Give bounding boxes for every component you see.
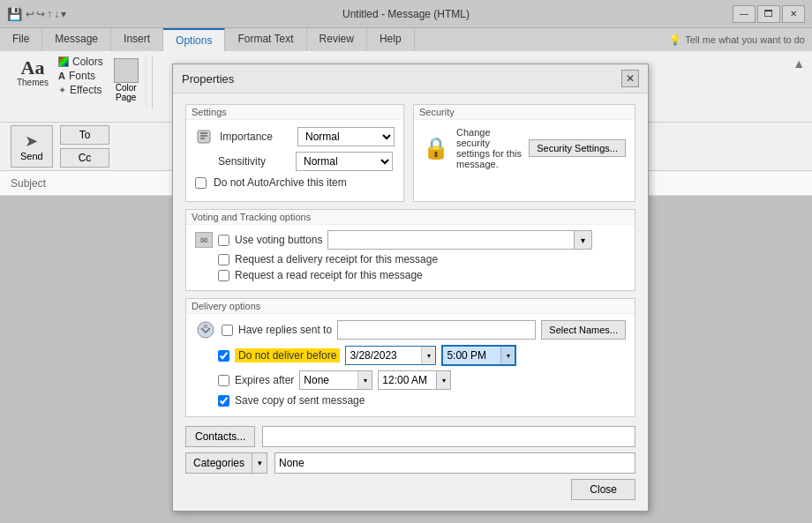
- expires-date-dropdown[interactable]: ▾: [357, 371, 372, 389]
- date-dropdown-button[interactable]: ▾: [421, 347, 435, 364]
- tab-format-text[interactable]: Format Text: [225, 28, 306, 51]
- fonts-label: Fonts: [69, 70, 95, 82]
- window-controls: — 🗖 ✕: [733, 5, 805, 23]
- expires-time-container: ▾: [378, 370, 451, 390]
- time-input[interactable]: [443, 347, 500, 364]
- read-receipt-row: Request a read receipt for this message: [218, 269, 626, 281]
- title-bar: 💾 ↩ ↪ ↑ ↓ ▾ Untitled - Message (HTML) — …: [0, 0, 812, 28]
- time-container: ▾: [441, 345, 516, 366]
- categories-input[interactable]: [274, 452, 635, 474]
- divider: [152, 56, 153, 109]
- delivery-section: Delivery options Have replies sent t: [185, 298, 635, 417]
- page-color-label: ColorPage: [116, 83, 137, 102]
- ribbon-group-themes: Aa Themes Colors A Fonts ✦ Effects: [7, 55, 147, 106]
- page-color-button[interactable]: ColorPage: [110, 55, 142, 106]
- security-section: Security 🔒 Change security settings for …: [413, 104, 635, 202]
- to-cc-area: To Cc: [60, 125, 110, 168]
- close-button[interactable]: Close: [571, 479, 635, 500]
- importance-select[interactable]: Normal High Low: [297, 127, 395, 146]
- delivery-receipt-label: Request a delivery receipt for this mess…: [235, 253, 438, 265]
- colors-icon: [58, 56, 69, 67]
- close-button[interactable]: ✕: [782, 5, 805, 23]
- security-settings-button[interactable]: Security Settings...: [529, 139, 626, 157]
- svg-point-5: [204, 325, 208, 329]
- time-dropdown-button[interactable]: ▾: [500, 347, 515, 364]
- sensitivity-label: Sensitivity: [218, 155, 289, 168]
- select-names-button[interactable]: Select Names...: [541, 320, 626, 340]
- save-copy-label: Save copy of sent message: [235, 394, 365, 407]
- do-not-deliver-checkbox[interactable]: [218, 350, 229, 362]
- replies-label: Have replies sent to: [238, 324, 332, 336]
- dialog-title: Properties: [182, 72, 234, 86]
- read-receipt-checkbox[interactable]: [218, 270, 229, 281]
- security-section-header: Security: [414, 105, 635, 120]
- dialog-body: Settings Importance: [173, 93, 648, 511]
- categories-dropdown-button[interactable]: ▾: [252, 452, 267, 474]
- minimize-button[interactable]: —: [733, 5, 756, 23]
- autoarchive-checkbox[interactable]: [195, 177, 207, 189]
- sensitivity-row: Sensitivity Normal Personal Private Conf…: [195, 152, 395, 171]
- categories-button[interactable]: Categories: [185, 452, 252, 474]
- delivery-receipt-row: Request a delivery receipt for this mess…: [218, 253, 626, 265]
- expires-date-container: ▾: [299, 370, 372, 390]
- delivery-receipt-checkbox[interactable]: [218, 254, 229, 265]
- tab-options[interactable]: Options: [163, 28, 225, 51]
- colors-button[interactable]: Colors: [55, 55, 107, 69]
- use-voting-label: Use voting buttons: [235, 234, 322, 246]
- redo-icon[interactable]: ↪: [36, 8, 45, 20]
- expires-date-input[interactable]: [300, 371, 357, 389]
- voting-dropdown-container: ▾: [327, 230, 592, 250]
- up-icon[interactable]: ↑: [47, 8, 52, 20]
- save-copy-row: Save copy of sent message: [218, 394, 626, 407]
- sensitivity-select[interactable]: Normal Personal Private Confidential: [296, 152, 393, 171]
- voting-icon: ✉: [195, 232, 213, 248]
- fonts-button[interactable]: A Fonts: [55, 69, 107, 83]
- effects-label: Effects: [70, 84, 102, 96]
- tab-message[interactable]: Message: [42, 28, 111, 51]
- contacts-input[interactable]: [262, 426, 635, 447]
- fonts-icon: A: [58, 71, 65, 81]
- settings-section-header: Settings: [186, 105, 403, 120]
- voting-dropdown-button[interactable]: ▾: [575, 230, 592, 250]
- replies-checkbox[interactable]: [222, 325, 233, 336]
- tab-file[interactable]: File: [0, 28, 42, 51]
- maximize-button[interactable]: 🗖: [757, 5, 780, 23]
- expires-checkbox[interactable]: [218, 375, 229, 386]
- use-voting-checkbox[interactable]: [218, 235, 229, 246]
- voting-input[interactable]: [327, 230, 575, 250]
- tab-help[interactable]: Help: [367, 28, 415, 51]
- close-row: Close: [185, 479, 635, 500]
- cc-button[interactable]: Cc: [60, 148, 110, 168]
- to-button[interactable]: To: [60, 125, 110, 145]
- dialog-title-bar: Properties ✕: [173, 64, 648, 93]
- send-button[interactable]: ➤ Send: [11, 125, 53, 168]
- expires-time-dropdown[interactable]: ▾: [436, 371, 450, 389]
- contacts-categories-row: Contacts...: [185, 426, 635, 447]
- security-body: 🔒 Change security settings for this mess…: [414, 120, 635, 176]
- autoarchive-row: Do not AutoArchive this item: [195, 176, 395, 189]
- tab-review[interactable]: Review: [307, 28, 367, 51]
- tab-insert[interactable]: Insert: [111, 28, 163, 51]
- save-icon[interactable]: 💾: [7, 7, 22, 21]
- save-copy-checkbox[interactable]: [218, 395, 229, 407]
- colors-label: Colors: [72, 56, 103, 68]
- undo-icon[interactable]: ↩: [26, 8, 34, 20]
- effects-button[interactable]: ✦ Effects: [55, 83, 107, 97]
- lightbulb-icon: 💡: [669, 34, 681, 46]
- date-input[interactable]: [346, 347, 421, 364]
- themes-button[interactable]: Aa Themes: [11, 55, 55, 91]
- contacts-button[interactable]: Contacts...: [185, 426, 255, 447]
- date-container: ▾: [345, 346, 436, 365]
- dialog-close-button[interactable]: ✕: [621, 70, 639, 87]
- voting-section-header: Voting and Tracking options: [186, 210, 635, 225]
- properties-dialog: Properties ✕ Settings: [172, 64, 649, 512]
- customize-icon[interactable]: ▾: [61, 8, 66, 20]
- down-icon[interactable]: ↓: [54, 8, 59, 20]
- importance-label: Importance: [220, 131, 290, 143]
- delivery-body: Have replies sent to Select Names... Do …: [186, 314, 635, 416]
- replies-input[interactable]: [337, 320, 536, 340]
- tell-me-text[interactable]: Tell me what you want to do: [685, 34, 805, 45]
- expires-time-input[interactable]: [379, 371, 436, 389]
- collapse-icon[interactable]: ▲: [793, 56, 805, 71]
- categories-btn-container: Categories ▾: [185, 452, 267, 474]
